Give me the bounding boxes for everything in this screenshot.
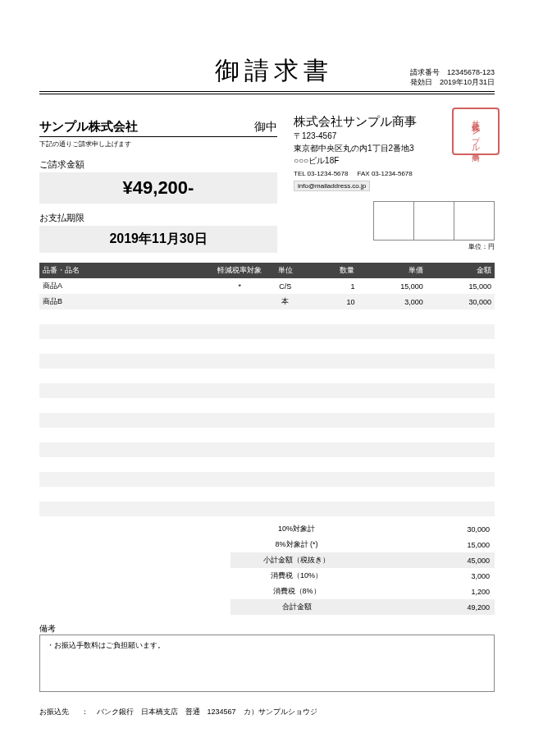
cell-qty: 1: [304, 278, 358, 294]
fax-value: 03-1234-5678: [372, 170, 413, 177]
cell-amount: [427, 413, 495, 428]
line-items-table: 品番・品名 軽減税率対象 単位 数量 単価 金額 商品A*C/S115,0001…: [39, 263, 495, 516]
cell-tax: [212, 354, 267, 369]
amount-box: ¥49,200-: [39, 172, 277, 204]
summary-value: 45,000: [363, 552, 495, 568]
cell-tax: [212, 487, 267, 502]
due-box: 2019年11月30日: [39, 226, 277, 253]
cell-amount: [427, 442, 495, 457]
tel-value: 03-1234-5678: [308, 170, 349, 177]
cell-qty: 10: [304, 294, 358, 309]
cell-unit: [267, 442, 303, 457]
cell-unit: [267, 487, 303, 502]
document-meta: 請求番号 12345678-123 発効日 2019年10月31日: [410, 67, 495, 88]
col-qty: 数量: [304, 263, 358, 278]
col-unit: 単位: [267, 263, 303, 278]
cell-unit: C/S: [267, 278, 303, 294]
due-label: お支払期限: [39, 212, 277, 224]
bank-text: バンク銀行 日本橋支店 普通 1234567 カ）サンプルショウジ: [97, 708, 317, 716]
table-row: [39, 369, 495, 383]
cell-amount: [427, 354, 495, 369]
cell-price: [358, 502, 426, 516]
cell-qty: [304, 487, 358, 502]
summary-label: 合計金額: [230, 599, 363, 615]
cell-item: [39, 369, 212, 383]
bank-separator: ：: [81, 708, 89, 716]
table-row: [39, 383, 495, 398]
cell-price: [358, 457, 426, 472]
currency-unit-note: 単位：円: [294, 242, 495, 251]
cell-unit: [267, 324, 303, 339]
amount-value: ¥49,200-: [123, 177, 194, 198]
cell-item: [39, 324, 212, 339]
table-row: [39, 354, 495, 369]
cell-amount: [427, 502, 495, 516]
cell-tax: *: [212, 278, 267, 294]
table-row: [39, 502, 495, 516]
cell-price: [358, 324, 426, 339]
cell-item: [39, 502, 212, 516]
cell-unit: [267, 398, 303, 413]
amount-label: ご請求金額: [39, 158, 277, 171]
cell-unit: [267, 472, 303, 487]
cell-tax: [212, 294, 267, 309]
summary-label: 消費税（8%）: [230, 584, 363, 599]
cell-amount: [427, 309, 495, 324]
summary-label: 小計金額（税抜き）: [230, 552, 363, 568]
cell-tax: [212, 428, 267, 442]
table-row: [39, 487, 495, 502]
cell-amount: [427, 428, 495, 442]
tel-label: TEL: [294, 170, 305, 177]
cell-qty: [304, 354, 358, 369]
summary-row: 合計金額49,200: [230, 599, 495, 615]
table-row: [39, 472, 495, 487]
cell-price: [358, 428, 426, 442]
cell-qty: [304, 324, 358, 339]
cell-item: [39, 383, 212, 398]
remarks-label: 備考: [39, 623, 495, 635]
table-row: 商品B本103,00030,000: [39, 294, 495, 309]
cell-tax: [212, 324, 267, 339]
cell-amount: [427, 457, 495, 472]
cell-qty: [304, 413, 358, 428]
summary-row: 小計金額（税抜き）45,000: [230, 552, 495, 568]
cell-qty: [304, 472, 358, 487]
cell-price: [358, 413, 426, 428]
cell-qty: [304, 442, 358, 457]
summary-value: 49,200: [363, 599, 495, 615]
header-rule: [39, 91, 495, 94]
company-seal-icon: 株式会社サンプル商事: [452, 108, 500, 155]
cell-amount: [427, 398, 495, 413]
cell-unit: [267, 428, 303, 442]
cell-amount: [427, 472, 495, 487]
cell-amount: [427, 339, 495, 354]
invoice-no-label: 請求番号: [410, 67, 440, 78]
table-row: [39, 309, 495, 324]
cell-unit: [267, 383, 303, 398]
cell-unit: [267, 457, 303, 472]
cell-tax: [212, 309, 267, 324]
remarks-box: ・お振込手数料はご負担願います。: [39, 635, 495, 692]
col-amount: 金額: [427, 263, 495, 278]
cell-tax: [212, 369, 267, 383]
cell-item: [39, 487, 212, 502]
cell-item: [39, 428, 212, 442]
cell-amount: 15,000: [427, 278, 495, 294]
cell-item: [39, 472, 212, 487]
cell-qty: [304, 383, 358, 398]
cell-tax: [212, 442, 267, 457]
bank-label: お振込先: [39, 707, 69, 717]
cell-unit: [267, 309, 303, 324]
cell-item: [39, 442, 212, 457]
cell-amount: [427, 324, 495, 339]
table-row: [39, 442, 495, 457]
table-row: [39, 398, 495, 413]
approval-stamp-boxes: [294, 201, 495, 241]
cell-item: 商品B: [39, 294, 212, 309]
cell-tax: [212, 339, 267, 354]
cell-item: [39, 309, 212, 324]
cell-unit: [267, 502, 303, 516]
cell-amount: [427, 487, 495, 502]
cell-tax: [212, 457, 267, 472]
greeting-note: 下記の通りご請求申し上げます: [39, 140, 277, 149]
